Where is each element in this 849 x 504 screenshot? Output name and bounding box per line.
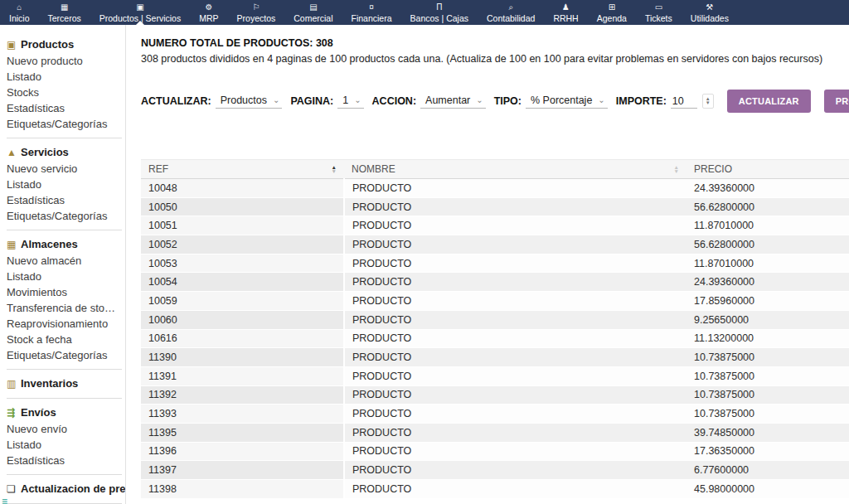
truck-icon: ⇶: [7, 407, 21, 419]
sidebar-item-listado[interactable]: Listado: [0, 177, 125, 192]
sidebar-item-etiquetas-categorias[interactable]: Etiquetas/Categorías: [0, 347, 125, 363]
form-label-actualizar: ACTUALIZAR:: [141, 95, 211, 107]
sidebar-item-listado[interactable]: Listado: [0, 69, 125, 85]
page-title: NUMERO TOTAL DE PRODUCTOS: 308: [141, 37, 849, 49]
price-cell: 39.74850000: [686, 423, 849, 442]
sidebar-item-nuevo-producto[interactable]: Nuevo producto: [0, 53, 125, 69]
nav-item-bancos-cajas[interactable]: ΠBancos | Cajas: [401, 0, 478, 25]
nav-item-label: Bancos | Cajas: [410, 13, 468, 23]
main-content: NUMERO TOTAL DE PRODUCTOS: 308 308 produ…: [126, 25, 849, 504]
chevron-down-icon: ⌄: [598, 97, 604, 104]
ref-cell: 10052: [141, 235, 344, 254]
nav-item-inicio[interactable]: ⌂Inicio: [0, 0, 39, 25]
form-group-importe: IMPORTE:▲▼: [616, 94, 714, 109]
table-row: 10052PRODUCTO56.62800000: [141, 235, 849, 254]
nav-item-utilidades[interactable]: ⚒Utilidades: [682, 0, 738, 25]
sidebar-heading-servicios[interactable]: ▲Servicios: [0, 144, 125, 161]
file-icon: ❏: [7, 483, 21, 495]
ref-cell: 10616: [141, 329, 344, 348]
select-value: 1: [342, 94, 348, 106]
select-tipo[interactable]: % Porcentaje⌄: [526, 94, 608, 109]
column-header-ref[interactable]: REF▲▼: [141, 160, 344, 179]
actualizar-button[interactable]: ACTUALIZAR: [727, 90, 811, 113]
sidebar-heading-almacenes[interactable]: ▦Almacenes: [0, 236, 125, 253]
sidebar-heading-label: Envíos: [21, 406, 56, 419]
select-pagina[interactable]: 1⌄: [337, 94, 363, 109]
sidebar-item-nuevo-servicio[interactable]: Nuevo servicio: [0, 161, 125, 177]
sidebar-separator: [7, 138, 122, 138]
name-cell: PRODUCTO: [344, 348, 686, 367]
sidebar-item-movimientos[interactable]: Movimientos: [0, 284, 125, 300]
name-cell: PRODUCTO: [344, 329, 686, 348]
sidebar-item-listado[interactable]: Listado: [0, 269, 125, 284]
ref-cell: 10048: [141, 179, 344, 198]
sidebar-item-transferencia-de-stock-e[interactable]: Transferencia de stock e…: [0, 300, 125, 316]
sidebar-item-estadisticas[interactable]: Estadísticas: [0, 192, 125, 208]
price-cell: 24.39360000: [686, 179, 849, 198]
column-label: REF: [148, 163, 168, 175]
briefcase-icon: ▤: [309, 2, 317, 12]
select-actualizar[interactable]: Productos⌄: [216, 94, 283, 109]
sidebar-item-nuevo-envio[interactable]: Nuevo envío: [0, 421, 125, 437]
nav-item-productos-servicios[interactable]: ▣Productos | Servicios: [90, 0, 190, 25]
ref-cell: 11395: [141, 423, 344, 442]
sidebar-item-estadisticas[interactable]: Estadísticas: [0, 100, 125, 116]
ref-cell: 11398: [141, 480, 344, 499]
table-row: 11395PRODUCTO39.74850000: [141, 423, 849, 442]
cube-icon: ▣: [7, 39, 21, 51]
nav-item-tickets[interactable]: ▭Tickets: [636, 0, 682, 25]
nav-item-contabilidad[interactable]: ⌕Contabilidad: [478, 0, 544, 25]
name-cell: PRODUCTO: [344, 480, 686, 499]
tools-icon: ⚒: [706, 2, 713, 12]
sidebar-item-etiquetas-categorias[interactable]: Etiquetas/Categorías: [0, 208, 125, 224]
money-icon: ¤: [369, 2, 374, 12]
column-header-nombre[interactable]: NOMBRE▲▼: [344, 160, 686, 179]
sidebar-item-reaprovisionamiento[interactable]: Reaprovisionamiento: [0, 316, 125, 332]
sidebar-heading-actualizacion-de-pre[interactable]: ❏Actualizacion de pre…: [0, 481, 125, 497]
table-row: 11398PRODUCTO45.98000000: [141, 480, 849, 499]
sidebar-item-listado[interactable]: Listado: [0, 437, 125, 453]
name-cell: PRODUCTO: [344, 216, 686, 235]
probar-regla-de-precios-button[interactable]: PROBAR REGLA DE PRECIOS: [824, 90, 849, 113]
number-stepper[interactable]: ▲▼: [702, 94, 714, 109]
nav-item-label: Tickets: [645, 13, 672, 23]
table-row: 11392PRODUCTO10.73875000: [141, 385, 849, 405]
sidebar-item-stock-a-fecha[interactable]: Stock a fecha: [0, 332, 125, 347]
table-row: 11397PRODUCTO6.77600000: [141, 461, 849, 480]
nav-item-agenda[interactable]: ⊞Agenda: [588, 0, 636, 25]
update-price-form: ACTUALIZAR:Productos⌄PAGINA:1⌄ACCION:Aum…: [141, 90, 849, 113]
step-down-icon: ▼: [706, 101, 711, 105]
nav-item-terceros[interactable]: ▦Terceros: [39, 0, 90, 25]
sidebar-item-etiquetas-categorias[interactable]: Etiquetas/Categorías: [0, 116, 125, 132]
form-label-importe: IMPORTE:: [616, 95, 667, 107]
amount-input[interactable]: [671, 94, 697, 109]
column-header-precio[interactable]: PRECIO: [686, 160, 849, 179]
sidebar-heading-envios[interactable]: ⇶Envíos: [0, 405, 125, 421]
sidebar-item-stocks[interactable]: Stocks: [0, 85, 125, 100]
name-cell: PRODUCTO: [344, 235, 686, 254]
table-row: 11391PRODUCTO10.73875000: [141, 366, 849, 385]
sidebar: ▣ProductosNuevo productoListadoStocksEst…: [0, 25, 126, 504]
table-row: 11396PRODUCTO17.36350000: [141, 442, 849, 461]
nav-item-rrhh[interactable]: ♟RRHH: [544, 0, 587, 25]
chevron-down-icon: ⌄: [476, 97, 483, 104]
table-row: 10059PRODUCTO17.85960000: [141, 292, 849, 311]
price-cell: 11.87010000: [686, 216, 849, 235]
ref-cell: 10059: [141, 292, 344, 311]
price-cell: 56.62800000: [686, 197, 849, 216]
inventory-icon: ▥: [7, 378, 21, 390]
nav-item-financiera[interactable]: ¤Financiera: [342, 0, 401, 25]
sidebar-heading-inventarios[interactable]: ▥Inventarios: [0, 376, 125, 392]
select-accion[interactable]: Aumentar⌄: [420, 94, 486, 109]
form-label-pagina: PAGINA:: [290, 95, 333, 107]
name-cell: PRODUCTO: [344, 461, 686, 480]
sidebar-item-estadisticas[interactable]: Estadísticas: [0, 453, 125, 468]
nav-item-comercial[interactable]: ▤Comercial: [284, 0, 342, 25]
sidebar-heading-label: Almacenes: [21, 238, 78, 250]
price-cell: 56.62800000: [686, 235, 849, 254]
nav-item-mrp[interactable]: ⚙MRP: [190, 0, 227, 25]
nav-item-proyectos[interactable]: ⚐Proyectos: [228, 0, 285, 25]
sidebar-item-nuevo-almacen[interactable]: Nuevo almacén: [0, 253, 125, 269]
sidebar-heading-productos[interactable]: ▣Productos: [0, 36, 125, 53]
table-row: 10060PRODUCTO9.25650000: [141, 310, 849, 329]
